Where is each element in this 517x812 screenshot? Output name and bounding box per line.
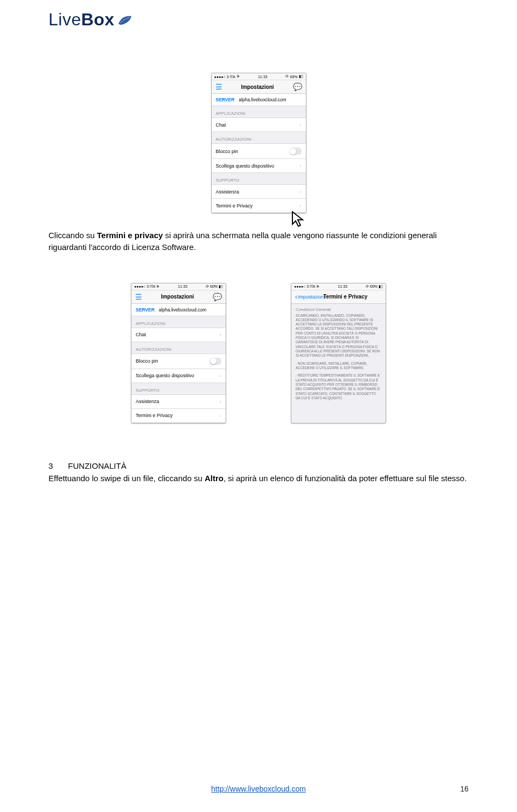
status-time: 11:33: [338, 284, 347, 288]
chevron-right-icon: ›: [299, 122, 301, 128]
chevron-right-icon: ›: [220, 332, 221, 338]
row-pin-label: Blocco pin: [216, 149, 239, 154]
rotation-lock-icon: ⟳: [206, 284, 209, 289]
chat-bubble-icon[interactable]: 💬: [293, 83, 302, 91]
footer: http://www.liveboxcloud.com: [0, 785, 517, 793]
p2-bold: Altro: [205, 474, 223, 483]
battery-icon: ▮▯: [299, 74, 303, 79]
terms-p3: - RESTITUIRE TEMPESTIVAMENTE IL SOFTWARE…: [296, 373, 381, 400]
battery-pct: 60%: [370, 284, 378, 288]
row-chat-label: Chat: [136, 332, 146, 337]
nav-title: Impostazioni: [161, 294, 194, 300]
server-label: SERVER: [216, 97, 235, 102]
section-auth: AUTORIZZAZIONI: [131, 342, 226, 353]
back-button[interactable]: ‹Impostazioni: [295, 293, 325, 301]
paragraph-terms: Cliccando su Termini e privacy si aprirà…: [48, 230, 469, 253]
logo: LiveBox: [48, 10, 469, 30]
section-auth: AUTORIZZAZIONI: [212, 132, 306, 143]
logo-word-1: Live: [48, 10, 81, 29]
document-page: LiveBox ●●●●○ 3 ITA ⚞ 11:33 ⟳ 60% ▮▯ ☰ I…: [0, 0, 517, 812]
heading-funzionalita: 3FUNZIONALITÀ: [48, 461, 469, 470]
server-value: alpha.liveboxcloud.com: [239, 97, 286, 102]
section-apps: APPLICAZIONI: [131, 316, 226, 328]
carrier-label: 3 ITA: [227, 75, 235, 79]
status-bar: ●●●●○ 3 ITA ⚞ 11:33 ⟳ 60% ▮▯: [212, 73, 306, 80]
section-support: SUPPORTO: [212, 173, 306, 184]
battery-pct: 60%: [210, 284, 218, 288]
chevron-right-icon: ›: [220, 399, 221, 405]
rotation-lock-icon: ⟳: [285, 74, 289, 79]
chevron-right-icon: ›: [299, 189, 301, 195]
heading-text: FUNZIONALITÀ: [68, 461, 126, 470]
row-unlink[interactable]: Scollega questo dispositivo›: [212, 159, 306, 173]
battery-pct: 60%: [290, 75, 297, 79]
nav-bar: ‹Impostazioni Termini e Privacy: [291, 290, 386, 304]
leaf-icon: [117, 14, 133, 26]
signal-dots-icon: ●●●●○: [134, 284, 145, 288]
p1-pre: Cliccando su: [48, 231, 97, 240]
row-pin[interactable]: Blocco pin: [212, 143, 306, 159]
phone-settings-2: ●●●●○ 3 ITA ⚞ 11:33 ⟳ 60% ▮▯ ☰ Impostazi…: [131, 283, 226, 424]
pin-switch[interactable]: [290, 148, 302, 155]
row-unlink[interactable]: Scollega questo dispositivo›: [131, 369, 226, 383]
nav-bar: ☰ Impostazioni 💬: [212, 80, 306, 94]
phone-terms: ●●●●○ 3 ITA ⚞ 11:33 ⟳ 60% ▮▯ ‹Impostazio…: [291, 283, 386, 424]
footer-link[interactable]: http://www.liveboxcloud.com: [211, 785, 306, 793]
chevron-right-icon: ›: [220, 413, 221, 419]
phone-settings-1: ●●●●○ 3 ITA ⚞ 11:33 ⟳ 60% ▮▯ ☰ Impostazi…: [211, 73, 306, 213]
row-pin-label: Blocco pin: [136, 358, 158, 364]
row-help[interactable]: Assistenza›: [212, 184, 306, 199]
logo-text: LiveBox: [48, 10, 115, 30]
terms-body: SCARICANDO, INSTALLANDO, COPIANDO, ACCED…: [291, 314, 386, 408]
p2-post: , si aprirà un elenco di funzionalità da…: [223, 474, 467, 483]
row-help-label: Assistenza: [216, 189, 240, 195]
status-time: 11:33: [258, 75, 268, 79]
row-terms[interactable]: Termini e Privacy›: [212, 199, 306, 213]
page-number: 16: [460, 785, 469, 793]
terms-p1: SCARICANDO, INSTALLANDO, COPIANDO, ACCED…: [296, 314, 381, 358]
paragraph-altro: Effettuando lo swipe di un file, cliccan…: [48, 473, 469, 484]
logo-word-2: Box: [81, 10, 115, 29]
row-chat[interactable]: Chat›: [212, 117, 306, 132]
signal-dots-icon: ●●●●○: [294, 284, 305, 288]
status-bar: ●●●●○ 3 ITA ⚞ 11:33 ⟳ 60% ▮▯: [291, 283, 386, 290]
status-bar: ●●●●○ 3 ITA ⚞ 11:33 ⟳ 60% ▮▯: [131, 283, 226, 290]
server-row[interactable]: SERVER alpha.liveboxcloud.com: [131, 304, 226, 316]
battery-icon: ▮▯: [219, 284, 223, 289]
row-pin[interactable]: Blocco pin: [131, 353, 226, 369]
rotation-lock-icon: ⟳: [366, 284, 369, 289]
terms-p2: - NON SCARICARE, INSTALLARE, COPIARE, AC…: [296, 362, 381, 371]
row-chat[interactable]: Chat›: [131, 328, 226, 342]
server-row[interactable]: SERVER alpha.liveboxcloud.com: [212, 94, 306, 106]
row-terms-label: Termini e Privacy: [136, 413, 173, 418]
wifi-icon: ⚞: [236, 74, 240, 79]
battery-icon: ▮▯: [379, 284, 383, 289]
nav-title: Impostazioni: [241, 84, 274, 90]
chevron-right-icon: ›: [299, 163, 301, 169]
menu-icon[interactable]: ☰: [135, 293, 142, 301]
chevron-left-icon: ‹: [295, 293, 297, 301]
wifi-icon: ⚞: [156, 284, 159, 289]
chat-bubble-icon[interactable]: 💬: [213, 293, 222, 301]
section-apps: APPLICAZIONI: [212, 106, 306, 117]
chevron-right-icon: ›: [220, 373, 221, 379]
row-chat-label: Chat: [216, 122, 226, 128]
menu-icon[interactable]: ☰: [215, 83, 222, 91]
section-support: SUPPORTO: [131, 383, 226, 394]
heading-num: 3: [48, 461, 53, 470]
server-label: SERVER: [136, 307, 155, 313]
carrier-label: 3 ITA: [306, 284, 315, 288]
row-help-label: Assistenza: [136, 399, 159, 404]
row-terms-label: Termini e Privacy: [216, 203, 253, 209]
terms-subtitle: Condizioni Generali: [291, 304, 386, 314]
pin-switch[interactable]: [209, 358, 221, 365]
wifi-icon: ⚞: [316, 284, 319, 289]
row-unlink-label: Scollega questo dispositivo: [216, 163, 275, 169]
row-terms[interactable]: Termini e Privacy›: [131, 409, 226, 423]
p1-bold: Termini e privacy: [97, 231, 163, 240]
chevron-right-icon: ›: [299, 203, 301, 209]
back-label: Impostazioni: [298, 294, 325, 300]
row-help[interactable]: Assistenza›: [131, 394, 226, 409]
carrier-label: 3 ITA: [146, 284, 155, 288]
server-value: alpha.liveboxcloud.com: [159, 307, 206, 313]
